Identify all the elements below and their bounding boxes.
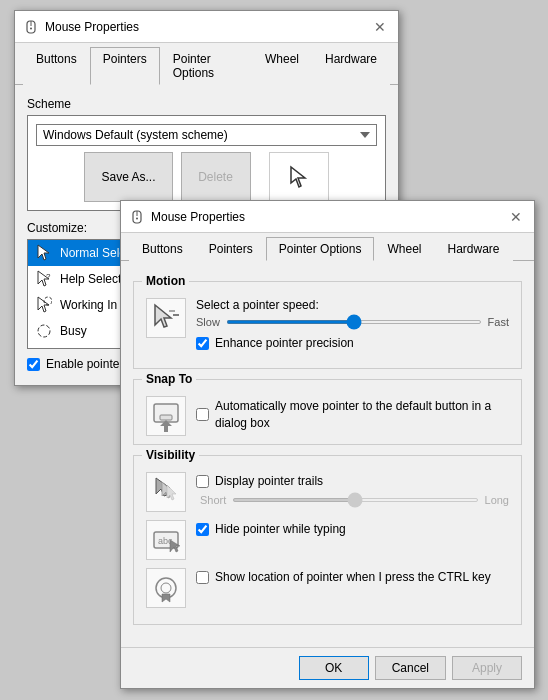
precision-select-icon <box>36 348 52 349</box>
content-front: Motion Select a pointer speed: Slow Fast <box>121 261 534 647</box>
trails-slider[interactable] <box>232 498 478 502</box>
cursor-preview <box>269 152 329 202</box>
tabs-front: Buttons Pointers Pointer Options Wheel H… <box>121 233 534 261</box>
slow-label: Slow <box>196 316 220 328</box>
motion-section: Motion Select a pointer speed: Slow Fast <box>133 281 522 369</box>
snap-checkbox[interactable] <box>196 408 209 421</box>
hide-typing-content: Hide pointer while typing <box>196 520 509 538</box>
svg-point-28 <box>161 583 171 593</box>
normal-select-icon <box>36 244 52 262</box>
motion-icon-box <box>146 298 186 338</box>
ctrl-key-item: Show location of pointer when I press th… <box>146 568 509 608</box>
close-button-front[interactable]: ✕ <box>506 207 526 227</box>
tab-back-hardware[interactable]: Hardware <box>312 47 390 85</box>
close-button-back[interactable]: ✕ <box>370 17 390 37</box>
title-bar-back: Mouse Properties ✕ <box>15 11 398 43</box>
tab-front-hardware[interactable]: Hardware <box>434 237 512 261</box>
motion-row: Select a pointer speed: Slow Fast Enhanc… <box>146 298 509 352</box>
dialog-buttons: OK Cancel Apply <box>121 647 534 688</box>
trails-label: Display pointer trails <box>215 474 323 488</box>
svg-marker-4 <box>38 245 49 260</box>
trails-icon-box <box>146 472 186 512</box>
snap-icon <box>150 400 182 432</box>
snap-label: Automatically move pointer to the defaul… <box>215 398 509 432</box>
fast-label: Fast <box>488 316 509 328</box>
svg-marker-15 <box>155 305 171 327</box>
cancel-button[interactable]: Cancel <box>375 656 446 680</box>
delete-button[interactable]: Delete <box>181 152 251 202</box>
speed-slider[interactable] <box>226 320 482 324</box>
trails-checkbox-row: Display pointer trails <box>196 472 509 490</box>
ctrl-key-icon-box <box>146 568 186 608</box>
enhance-precision-row: Enhance pointer precision <box>196 334 509 352</box>
apply-button[interactable]: Apply <box>452 656 522 680</box>
tab-back-pointer-options[interactable]: Pointer Options <box>160 47 252 85</box>
enable-pointer-checkbox[interactable] <box>27 358 40 371</box>
window-front: Mouse Properties ✕ Buttons Pointers Poin… <box>120 200 535 689</box>
tab-front-buttons[interactable]: Buttons <box>129 237 196 261</box>
busy-icon <box>36 322 52 340</box>
snap-row: Automatically move pointer to the defaul… <box>146 396 509 436</box>
svg-marker-29 <box>162 594 170 602</box>
scheme-label: Scheme <box>27 97 386 111</box>
long-label: Long <box>485 494 509 506</box>
tabs-back: Buttons Pointers Pointer Options Wheel H… <box>15 43 398 85</box>
title-bar-front: Mouse Properties ✕ <box>121 201 534 233</box>
tab-front-wheel[interactable]: Wheel <box>374 237 434 261</box>
hide-typing-item: abc Hide pointer while typing <box>146 520 509 560</box>
tab-front-pointer-options[interactable]: Pointer Options <box>266 237 375 261</box>
hide-typing-checkbox[interactable] <box>196 523 209 536</box>
trails-icon <box>150 476 182 508</box>
ctrl-key-checkbox[interactable] <box>196 571 209 584</box>
mouse-icon <box>23 19 39 35</box>
visibility-section: Visibility Display pointer trails <box>133 455 522 625</box>
visibility-title: Visibility <box>142 448 199 462</box>
enhance-precision-label: Enhance pointer precision <box>215 336 354 350</box>
tab-back-buttons[interactable]: Buttons <box>23 47 90 85</box>
preview-cursor-icon <box>289 165 309 189</box>
snap-icon-box <box>146 396 186 436</box>
short-label: Short <box>200 494 226 506</box>
snap-text: Automatically move pointer to the defaul… <box>196 396 509 434</box>
svg-marker-3 <box>291 167 305 187</box>
ctrl-key-icon <box>150 572 182 604</box>
svg-point-9 <box>38 325 50 337</box>
speed-slider-row: Slow Fast <box>196 316 509 328</box>
scheme-box: Windows Default (system scheme) Save As.… <box>27 115 386 211</box>
speed-label: Select a pointer speed: <box>196 298 509 312</box>
svg-point-14 <box>136 217 138 219</box>
ctrl-key-content: Show location of pointer when I press th… <box>196 568 509 586</box>
scheme-dropdown[interactable]: Windows Default (system scheme) <box>36 124 377 146</box>
tab-back-pointers[interactable]: Pointers <box>90 47 160 85</box>
svg-text:?: ? <box>46 272 51 281</box>
mouse-icon-front <box>129 209 145 225</box>
trails-slider-row: Short Long <box>196 494 509 506</box>
tab-back-wheel[interactable]: Wheel <box>252 47 312 85</box>
snap-to-section: Snap To Automatically move pointer to th… <box>133 379 522 445</box>
snap-checkbox-row: Automatically move pointer to the defaul… <box>196 396 509 434</box>
help-select-icon: ? <box>36 270 52 288</box>
svg-point-2 <box>30 27 32 29</box>
enhance-precision-checkbox[interactable] <box>196 337 209 350</box>
working-back-icon <box>36 296 52 314</box>
hide-typing-icon: abc <box>150 524 182 556</box>
motion-content: Select a pointer speed: Slow Fast Enhanc… <box>196 298 509 352</box>
hide-typing-checkbox-row: Hide pointer while typing <box>196 520 509 538</box>
snap-to-title: Snap To <box>142 372 196 386</box>
scheme-btn-row: Save As... Delete <box>36 152 377 202</box>
window-front-title: Mouse Properties <box>151 210 245 224</box>
tab-front-pointers[interactable]: Pointers <box>196 237 266 261</box>
motion-cursor-icon <box>151 303 181 333</box>
hide-typing-label: Hide pointer while typing <box>215 522 346 536</box>
hide-typing-icon-box: abc <box>146 520 186 560</box>
motion-title: Motion <box>142 274 189 288</box>
enable-pointer-label: Enable pointer <box>46 357 123 371</box>
trails-content: Display pointer trails Short Long <box>196 472 509 506</box>
ctrl-key-label: Show location of pointer when I press th… <box>215 570 491 584</box>
save-as-button[interactable]: Save As... <box>84 152 172 202</box>
ctrl-key-checkbox-row: Show location of pointer when I press th… <box>196 568 509 586</box>
trails-checkbox[interactable] <box>196 475 209 488</box>
trails-item: Display pointer trails Short Long <box>146 472 509 512</box>
ok-button[interactable]: OK <box>299 656 369 680</box>
window-back-title: Mouse Properties <box>45 20 139 34</box>
